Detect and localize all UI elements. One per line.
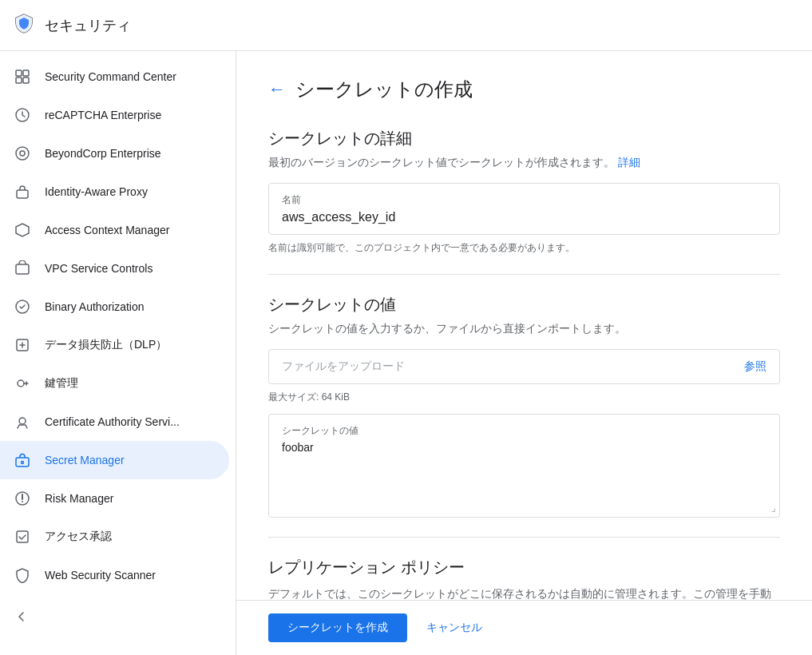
sidebar-item-label: アクセス承認 bbox=[45, 530, 112, 544]
sidebar-item-label: Binary Authorization bbox=[45, 300, 145, 313]
name-hint: 名前は識別可能で、このプロジェクト内で一意である必要があります。 bbox=[268, 241, 780, 255]
key-icon bbox=[13, 374, 32, 393]
textarea-label: シークレットの値 bbox=[282, 424, 766, 438]
sidebar-item-iap[interactable]: Identity-Aware Proxy bbox=[0, 173, 229, 211]
sidebar-collapse-button[interactable] bbox=[0, 597, 236, 636]
submit-button[interactable]: シークレットを作成 bbox=[268, 613, 407, 642]
risk-icon bbox=[13, 489, 32, 508]
sidebar-item-access-approval[interactable]: アクセス承認 bbox=[0, 518, 229, 556]
sidebar-item-label: VPC Service Controls bbox=[45, 262, 152, 275]
sidebar-item-label: Access Context Manager bbox=[45, 224, 169, 236]
shield-icon bbox=[13, 13, 35, 38]
sidebar-item-access-context[interactable]: Access Context Manager bbox=[0, 211, 229, 249]
cancel-button[interactable]: キャンセル bbox=[420, 613, 489, 642]
details-link[interactable]: 詳細 bbox=[618, 156, 640, 169]
sidebar-item-label: Certificate Authority Servi... bbox=[45, 415, 180, 428]
sidebar-item-label: Secret Manager bbox=[45, 454, 125, 466]
svg-point-15 bbox=[22, 462, 24, 464]
wss-icon bbox=[13, 566, 32, 585]
recaptcha-icon bbox=[13, 105, 32, 125]
sidebar-item-secret-manager[interactable]: Secret Manager bbox=[0, 441, 229, 479]
back-button[interactable]: ← bbox=[268, 79, 286, 100]
sidebar-item-label: 鍵管理 bbox=[45, 376, 78, 391]
secret-value-input[interactable]: foobar bbox=[282, 441, 766, 505]
name-label: 名前 bbox=[282, 193, 766, 207]
sidebar-item-label: Web Security Scanner bbox=[45, 569, 156, 582]
binary-icon bbox=[13, 297, 32, 316]
dlp-icon bbox=[13, 335, 32, 355]
svg-rect-18 bbox=[17, 531, 28, 542]
grid-icon bbox=[13, 67, 32, 86]
page-title: シークレットの作成 bbox=[295, 77, 473, 102]
svg-rect-3 bbox=[23, 77, 29, 83]
sidebar-item-binary-auth[interactable]: Binary Authorization bbox=[0, 288, 229, 326]
file-upload-placeholder: ファイルをアップロード bbox=[282, 359, 405, 374]
svg-point-5 bbox=[16, 147, 29, 160]
svg-point-13 bbox=[19, 418, 26, 424]
svg-rect-7 bbox=[17, 190, 28, 198]
sidebar-item-cert-authority[interactable]: Certificate Authority Servi... bbox=[0, 403, 229, 441]
value-description: シークレットの値を入力するか、ファイルから直接インポートします。 bbox=[268, 322, 780, 336]
beyondcorp-icon bbox=[13, 144, 32, 163]
page-header: ← シークレットの作成 bbox=[268, 77, 780, 102]
sidebar: Security Command Center reCAPTCHA Enterp… bbox=[0, 51, 236, 655]
sidebar-item-recaptcha[interactable]: reCAPTCHA Enterprise bbox=[0, 96, 229, 134]
svg-rect-2 bbox=[16, 77, 22, 83]
sidebar-item-label: Risk Manager bbox=[45, 492, 113, 505]
sidebar-item-web-security-scanner[interactable]: Web Security Scanner bbox=[0, 556, 229, 594]
approval-icon bbox=[13, 527, 32, 546]
vpc-icon bbox=[13, 259, 32, 278]
replication-description: デフォルトでは、このシークレットがどこに保存されるかは自動的に管理されます。この… bbox=[268, 585, 780, 600]
svg-rect-0 bbox=[16, 70, 22, 76]
secret-value-field: シークレットの値 foobar ⌟ bbox=[268, 414, 780, 518]
sidebar-item-label: BeyondCorp Enterprise bbox=[45, 147, 161, 160]
value-section: シークレットの値 シークレットの値を入力するか、ファイルから直接インポートします… bbox=[268, 294, 780, 518]
sidebar-item-label: データ損失防止（DLP） bbox=[45, 338, 167, 352]
sidebar-item-dlp[interactable]: データ損失防止（DLP） bbox=[0, 326, 229, 364]
file-size-hint: 最大サイズ: 64 KiB bbox=[268, 391, 780, 404]
replication-section: レプリケーション ポリシー デフォルトでは、このシークレットがどこに保存されるか… bbox=[268, 557, 780, 600]
replication-title: レプリケーション ポリシー bbox=[268, 557, 780, 578]
file-upload-field: ファイルをアップロード 参照 bbox=[268, 349, 780, 384]
iap-icon bbox=[13, 182, 32, 201]
resize-handle: ⌟ bbox=[771, 502, 776, 514]
sidebar-item-vpc[interactable]: VPC Service Controls bbox=[0, 249, 229, 288]
name-input[interactable] bbox=[282, 210, 766, 224]
details-section-title: シークレットの詳細 bbox=[268, 128, 780, 149]
secret-icon bbox=[13, 451, 32, 470]
details-section: シークレットの詳細 最初のバージョンのシークレット値でシークレットが作成されます… bbox=[268, 128, 780, 255]
svg-point-6 bbox=[20, 151, 25, 156]
main-content: ← シークレットの作成 シークレットの詳細 最初のバージョンのシークレット値でシ… bbox=[236, 51, 812, 600]
bottom-bar: シークレットを作成 キャンセル bbox=[236, 600, 812, 655]
sidebar-item-risk-manager[interactable]: Risk Manager bbox=[0, 479, 229, 518]
svg-point-17 bbox=[22, 501, 23, 502]
details-description: 最初のバージョンのシークレット値でシークレットが作成されます。 詳細 bbox=[268, 156, 780, 170]
svg-marker-8 bbox=[16, 224, 29, 236]
top-header: セキュリティ bbox=[0, 0, 812, 51]
sidebar-item-label: Security Command Center bbox=[45, 70, 176, 83]
value-section-title: シークレットの値 bbox=[268, 294, 780, 316]
browse-button[interactable]: 参照 bbox=[744, 359, 766, 374]
name-field: 名前 bbox=[268, 183, 780, 235]
svg-rect-9 bbox=[16, 264, 29, 274]
access-icon bbox=[13, 220, 32, 240]
svg-rect-1 bbox=[23, 70, 29, 76]
app-logo: セキュリティ bbox=[13, 13, 131, 38]
sidebar-item-security-command-center[interactable]: Security Command Center bbox=[0, 58, 229, 96]
sidebar-item-label: Identity-Aware Proxy bbox=[45, 185, 148, 198]
cert-icon bbox=[13, 412, 32, 431]
app-title: セキュリティ bbox=[45, 16, 131, 35]
svg-rect-14 bbox=[16, 458, 29, 466]
sidebar-item-label: reCAPTCHA Enterprise bbox=[45, 109, 161, 121]
sidebar-item-key-management[interactable]: 鍵管理 bbox=[0, 364, 229, 403]
sidebar-item-beyondcorp[interactable]: BeyondCorp Enterprise bbox=[0, 134, 229, 173]
svg-point-12 bbox=[18, 380, 24, 387]
